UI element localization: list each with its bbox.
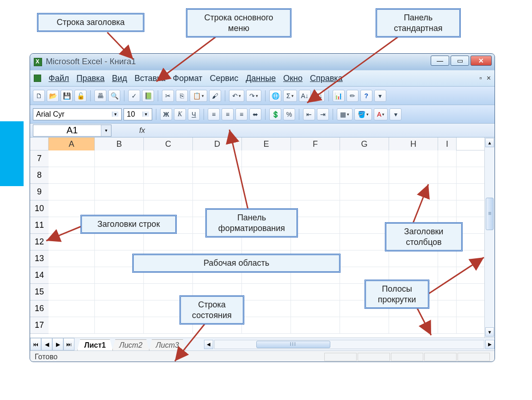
- tab-nav-prev-icon[interactable]: ◀: [41, 338, 52, 350]
- menu-edit[interactable]: Правка: [76, 74, 105, 83]
- vscroll-thumb[interactable]: [486, 198, 494, 230]
- align-left-icon[interactable]: ≡: [208, 108, 220, 120]
- col-header-C[interactable]: C: [144, 138, 193, 150]
- col-header-E[interactable]: E: [242, 138, 291, 150]
- callout-title-row: Строка заголовка: [37, 13, 144, 32]
- align-center-icon[interactable]: ≡: [222, 108, 234, 120]
- help-icon[interactable]: ?: [360, 90, 372, 102]
- menu-insert[interactable]: Вставка: [135, 74, 166, 83]
- col-header-A[interactable]: A: [49, 138, 95, 150]
- callout-row-headers: Заголовки строк: [80, 215, 177, 234]
- new-icon[interactable]: 🗋: [33, 90, 45, 102]
- maximize-button[interactable]: ▭: [451, 56, 469, 66]
- indent-dec-icon[interactable]: ⇤: [303, 108, 315, 120]
- standard-toolbar: 🗋 📂 💾 🔓 🖶 🔍 ✓ 📗 ✂ ⎘ 📋▾ 🖌 ↶▾ ↷▾ 🌐 Σ▾ A↓ Я…: [30, 87, 495, 105]
- col-header-I[interactable]: I: [438, 138, 457, 150]
- cut-icon[interactable]: ✂: [162, 90, 174, 102]
- row-header-11[interactable]: 11: [30, 217, 49, 234]
- merge-center-icon[interactable]: ⬌: [249, 108, 261, 120]
- name-box[interactable]: A1 ▾: [33, 125, 111, 137]
- drawing-icon[interactable]: ✏: [346, 90, 359, 102]
- menu-tools[interactable]: Сервис: [210, 74, 239, 83]
- col-header-D[interactable]: D: [193, 138, 242, 150]
- undo-icon[interactable]: ↶▾: [229, 90, 244, 102]
- menu-window[interactable]: Окно: [283, 74, 303, 83]
- fx-label[interactable]: fx: [139, 126, 145, 135]
- underline-button[interactable]: Ч: [188, 108, 200, 120]
- doc-restore-icon[interactable]: ▫: [479, 74, 482, 82]
- scroll-up-icon[interactable]: ▲: [485, 138, 494, 147]
- borders-icon[interactable]: ▦▾: [337, 108, 353, 120]
- col-header-H[interactable]: H: [389, 138, 438, 150]
- chart-icon[interactable]: 📊: [333, 90, 345, 102]
- scroll-down-icon[interactable]: ▼: [485, 327, 494, 337]
- row-header-10[interactable]: 10: [30, 200, 49, 217]
- row-header-8[interactable]: 8: [30, 167, 49, 184]
- paste-icon[interactable]: 📋▾: [190, 90, 207, 102]
- fill-color-icon[interactable]: 🪣▾: [354, 108, 372, 120]
- sort-asc-icon[interactable]: A↓: [299, 90, 311, 102]
- col-header-B[interactable]: B: [95, 138, 144, 150]
- row-header-13[interactable]: 13: [30, 250, 49, 267]
- row-header-17[interactable]: 17: [30, 317, 49, 334]
- format-painter-icon[interactable]: 🖌: [209, 90, 221, 102]
- row-header-9[interactable]: 9: [30, 184, 49, 200]
- research-icon[interactable]: 📗: [142, 90, 154, 102]
- menu-view[interactable]: Вид: [112, 74, 127, 83]
- currency-icon[interactable]: 💲: [269, 108, 281, 120]
- row-header-7[interactable]: 7: [30, 150, 49, 167]
- preview-icon[interactable]: 🔍: [108, 90, 120, 102]
- tab-nav-last-icon[interactable]: ⏭: [63, 338, 74, 350]
- bold-button[interactable]: Ж: [160, 108, 172, 120]
- tab-nav-next-icon[interactable]: ▶: [52, 338, 63, 350]
- sheet-tab-2[interactable]: Лист2: [112, 339, 149, 350]
- fmtbar-options-icon[interactable]: ▾: [390, 108, 402, 120]
- select-all-corner[interactable]: [30, 138, 49, 150]
- col-header-G[interactable]: G: [340, 138, 389, 150]
- font-size-combo[interactable]: 10▾: [124, 108, 152, 120]
- sheet-tab-1[interactable]: Лист1: [77, 339, 113, 350]
- menu-format[interactable]: Формат: [173, 74, 203, 83]
- toolbar-options-icon[interactable]: ▾: [374, 90, 386, 102]
- menu-file[interactable]: Файл: [49, 74, 69, 83]
- row-header-16[interactable]: 16: [30, 300, 49, 317]
- row-header-15[interactable]: 15: [30, 284, 49, 300]
- sheet-tab-3[interactable]: Лист3: [149, 339, 186, 350]
- hyperlink-icon[interactable]: 🌐: [269, 90, 281, 102]
- permission-icon[interactable]: 🔓: [74, 90, 87, 102]
- align-right-icon[interactable]: ≡: [235, 108, 247, 120]
- spelling-icon[interactable]: ✓: [128, 90, 140, 102]
- font-color-icon[interactable]: A▾: [374, 108, 388, 120]
- tab-nav-first-icon[interactable]: ⏮: [30, 338, 41, 350]
- row-header-14[interactable]: 14: [30, 267, 49, 284]
- slide-accent-bar: [0, 121, 24, 186]
- sheet-tabs-row: ⏮ ◀ ▶ ⏭ Лист1Лист2Лист3 ◀ III ▶: [30, 338, 495, 350]
- col-header-F[interactable]: F: [291, 138, 340, 150]
- doc-close-icon[interactable]: ×: [487, 74, 491, 82]
- percent-icon[interactable]: %: [283, 108, 295, 120]
- sort-desc-icon[interactable]: Я↓: [313, 90, 325, 102]
- redo-icon[interactable]: ↷▾: [246, 90, 261, 102]
- row-headers[interactable]: 7891011121314151617: [30, 150, 49, 338]
- autosum-icon[interactable]: Σ▾: [283, 90, 297, 102]
- excel-doc-icon: [34, 75, 41, 82]
- horizontal-scrollbar[interactable]: ◀ III ▶: [204, 338, 495, 350]
- menu-help[interactable]: Справка: [310, 74, 343, 83]
- copy-icon[interactable]: ⎘: [176, 90, 188, 102]
- hscroll-thumb[interactable]: III: [256, 341, 330, 348]
- scroll-right-icon[interactable]: ▶: [485, 340, 495, 349]
- titlebar: Microsoft Excel - Книга1 — ▭ ✕: [30, 54, 495, 70]
- print-icon[interactable]: 🖶: [94, 90, 106, 102]
- open-icon[interactable]: 📂: [47, 90, 59, 102]
- font-combo[interactable]: Arial Cyr▾: [33, 108, 122, 120]
- menu-data[interactable]: Данные: [246, 74, 276, 83]
- minimize-button[interactable]: —: [431, 56, 449, 66]
- close-button[interactable]: ✕: [470, 56, 492, 66]
- vertical-scrollbar[interactable]: ▲ ▼: [484, 138, 495, 338]
- save-icon[interactable]: 💾: [61, 90, 73, 102]
- column-headers[interactable]: A B C D E F G H I: [30, 138, 484, 150]
- row-header-12[interactable]: 12: [30, 234, 49, 250]
- indent-inc-icon[interactable]: ⇥: [317, 108, 329, 120]
- scroll-left-icon[interactable]: ◀: [204, 340, 213, 349]
- italic-button[interactable]: К: [174, 108, 186, 120]
